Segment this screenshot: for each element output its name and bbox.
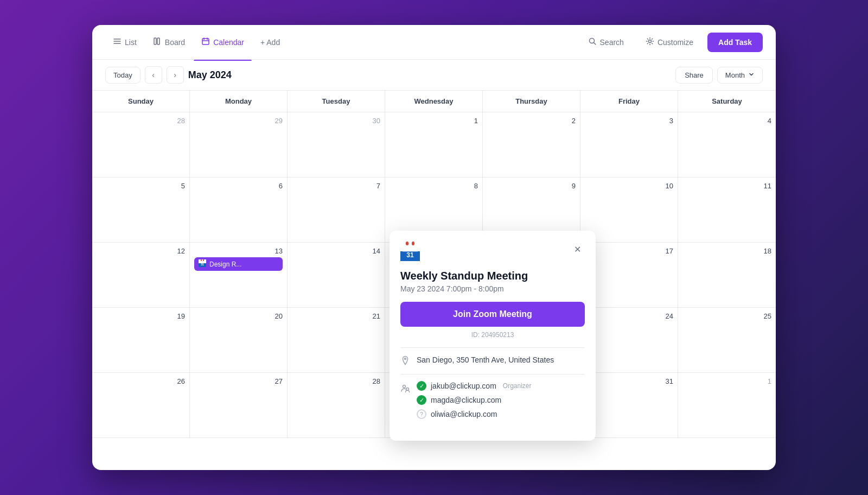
list-icon xyxy=(113,37,122,47)
search-button[interactable]: Search xyxy=(580,33,631,52)
day-cell-26-may[interactable]: 26 xyxy=(92,373,190,438)
svg-point-12 xyxy=(648,40,651,43)
attendees-icon xyxy=(400,383,410,395)
svg-rect-6 xyxy=(202,39,209,45)
day-cell-1-may[interactable]: 1 xyxy=(385,112,483,177)
popup-divider-2 xyxy=(400,374,585,375)
popup-date: May 23 2024 7:00pm - 8:00pm xyxy=(400,284,585,293)
attendee-1-status: ✓ xyxy=(417,381,426,391)
chevron-left-icon: ‹ xyxy=(152,71,155,79)
attendee-2-status: ✓ xyxy=(417,395,426,405)
svg-rect-3 xyxy=(154,38,156,45)
svg-rect-27 xyxy=(400,242,420,251)
chevron-right-icon: › xyxy=(174,71,176,79)
day-cell-27-may[interactable]: 27 xyxy=(190,373,288,438)
day-header-tuesday: Tuesday xyxy=(288,91,385,112)
close-icon: ✕ xyxy=(574,244,581,255)
toolbar-actions: Search Customize Add Task xyxy=(580,33,763,52)
day-cell-3-may[interactable]: 3 xyxy=(580,112,678,177)
toolbar: List Board xyxy=(92,25,776,60)
event-popup: 31 ✕ Weekly Standup Meeting May 23 2024 … xyxy=(390,231,596,441)
day-header-sunday: Sunday xyxy=(92,91,190,112)
event-design-review[interactable]: 31 Design R... xyxy=(194,257,283,271)
chevron-down-icon xyxy=(748,71,755,79)
popup-title: Weekly Standup Meeting xyxy=(400,270,585,282)
day-cell-11-may[interactable]: 11 xyxy=(678,177,776,243)
day-cell-14-may[interactable]: 14 xyxy=(288,243,385,308)
add-task-button[interactable]: Add Task xyxy=(707,33,763,52)
app-window: List Board xyxy=(92,25,776,470)
day-cell-28-apr[interactable]: 28 xyxy=(92,112,190,177)
calendar-body: Sunday Monday Tuesday Wednesday Thursday… xyxy=(92,91,776,438)
svg-rect-17 xyxy=(201,259,202,261)
tab-add[interactable]: + Add xyxy=(253,34,288,51)
location-text: San Diego, 350 Tenth Ave, United States xyxy=(417,354,554,366)
customize-button[interactable]: Customize xyxy=(638,33,701,52)
tab-list-label: List xyxy=(125,38,137,47)
day-cell-20-may[interactable]: 20 xyxy=(190,308,288,373)
day-cell-30-apr[interactable]: 30 xyxy=(288,112,385,177)
board-icon xyxy=(153,37,162,47)
day-cell-1-jun[interactable]: 1 xyxy=(678,373,776,438)
prev-month-button[interactable]: ‹ xyxy=(145,66,162,84)
event-gcal-icon: 31 xyxy=(199,259,206,269)
attendee-3: ? oliwia@clickup.com xyxy=(417,409,532,419)
svg-rect-29 xyxy=(406,242,409,245)
day-cell-19-may[interactable]: 19 xyxy=(92,308,190,373)
day-cell-6-may[interactable]: 6 xyxy=(190,177,288,243)
attendee-2: ✓ magda@clickup.com xyxy=(417,395,532,405)
svg-text:31: 31 xyxy=(406,251,414,259)
month-title: May 2024 xyxy=(188,69,671,81)
attendees-list: ✓ jakub@clickup.com Organizer ✓ magda@cl… xyxy=(417,381,532,423)
day-cell-7-may[interactable]: 7 xyxy=(288,177,385,243)
attendee-3-status: ? xyxy=(417,409,426,419)
search-icon xyxy=(588,37,597,47)
calendar-nav: Today ‹ › May 2024 Share Month xyxy=(92,60,776,91)
week-1: 28 29 30 1 2 3 4 xyxy=(92,112,776,177)
day-cell-5-may[interactable]: 5 xyxy=(92,177,190,243)
share-button[interactable]: Share xyxy=(675,67,713,84)
tab-calendar[interactable]: Calendar xyxy=(194,33,252,52)
tab-board-label: Board xyxy=(165,38,185,47)
day-header-saturday: Saturday xyxy=(678,91,776,112)
search-label: Search xyxy=(600,38,624,47)
attendee-2-email: magda@clickup.com xyxy=(431,396,501,404)
day-header-thursday: Thursday xyxy=(483,91,580,112)
today-button[interactable]: Today xyxy=(105,67,141,84)
popup-gcal-icon: 31 xyxy=(400,242,420,263)
location-icon xyxy=(400,356,410,367)
tab-list[interactable]: List xyxy=(105,33,144,52)
svg-point-32 xyxy=(405,358,406,360)
attendee-1: ✓ jakub@clickup.com Organizer xyxy=(417,381,532,391)
svg-point-33 xyxy=(403,385,406,388)
popup-close-button[interactable]: ✕ xyxy=(570,242,585,257)
day-cell-21-may[interactable]: 21 xyxy=(288,308,385,373)
day-cell-4-may[interactable]: 4 xyxy=(678,112,776,177)
gear-icon xyxy=(646,37,654,47)
day-cell-29-apr[interactable]: 29 xyxy=(190,112,288,177)
day-cell-12-may[interactable]: 12 xyxy=(92,243,190,308)
svg-rect-4 xyxy=(157,38,159,45)
svg-text:31: 31 xyxy=(201,263,204,266)
day-cell-28-may[interactable]: 28 xyxy=(288,373,385,438)
day-cell-25-may[interactable]: 25 xyxy=(678,308,776,373)
next-month-button[interactable]: › xyxy=(167,66,184,84)
tab-calendar-label: Calendar xyxy=(213,38,244,47)
day-headers-row: Sunday Monday Tuesday Wednesday Thursday… xyxy=(92,91,776,112)
attendee-3-email: oliwia@clickup.com xyxy=(431,410,497,418)
svg-line-11 xyxy=(593,43,596,45)
popup-location: San Diego, 350 Tenth Ave, United States xyxy=(400,354,585,367)
day-cell-2-may[interactable]: 2 xyxy=(483,112,580,177)
day-cell-18-may[interactable]: 18 xyxy=(678,243,776,308)
day-cell-13-may[interactable]: 13 31 Design R... xyxy=(190,243,288,308)
svg-rect-30 xyxy=(412,242,414,245)
day-header-wednesday: Wednesday xyxy=(385,91,483,112)
add-tab-label: + Add xyxy=(260,38,280,47)
join-zoom-button[interactable]: Join Zoom Meeting xyxy=(400,302,585,327)
month-view-button[interactable]: Month xyxy=(717,67,763,84)
svg-rect-18 xyxy=(203,259,204,261)
day-cell-10-may[interactable]: 10 xyxy=(580,177,678,243)
tab-board[interactable]: Board xyxy=(145,33,193,52)
popup-divider-1 xyxy=(400,347,585,348)
day-header-monday: Monday xyxy=(190,91,288,112)
